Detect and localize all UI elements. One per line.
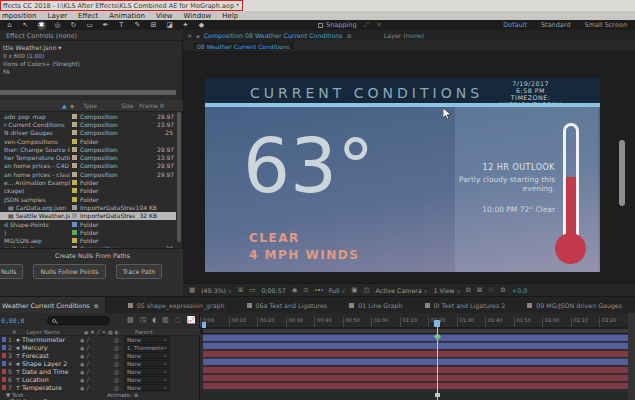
snapshot-icon[interactable]: ◉ (292, 286, 298, 294)
timeline-scrollbar[interactable] (628, 313, 635, 400)
hand-tool-icon[interactable]: ✱ (37, 21, 46, 30)
layer-switches[interactable]: ◉╱ (80, 385, 114, 391)
parent-dropdown[interactable]: None ∨ (124, 360, 170, 367)
timeline-tab[interactable]: 05 shape_expression_graph (128, 302, 225, 309)
parent-dropdown[interactable]: None ∨ (124, 376, 170, 383)
layer-name[interactable]: Forecast (22, 352, 80, 359)
sort-arrow-icon[interactable]: ▲ (62, 102, 67, 109)
column-frame-rate[interactable]: Frame R (139, 102, 164, 109)
panel-menu-icon[interactable]: ≡ (94, 302, 99, 309)
panel-menu-icon[interactable]: ≡ (347, 32, 352, 39)
layer-switches[interactable]: ◉╱ (80, 353, 114, 359)
tab-effect-controls[interactable]: Effect Controls (none) (0, 30, 183, 41)
snapping-checkbox-icon[interactable] (318, 23, 323, 28)
layer-duration-bar[interactable] (203, 374, 635, 381)
project-row[interactable]: d Shape-Points Folder (0, 220, 176, 228)
column-layer-name[interactable]: Layer Name (27, 329, 60, 335)
puppet-pin-tool-icon[interactable]: ◆ (197, 21, 206, 30)
comp-flowchart-icon[interactable]: ▧ (127, 316, 134, 324)
layer-row[interactable]: 1 ★ Thermometer ◉╱ ◎ None ∨ (0, 336, 200, 344)
project-row[interactable]: ▤Seattle Weather.json ImporterDataStream… (0, 212, 176, 220)
project-row[interactable]: ther: Change Source Instructions Composi… (0, 145, 176, 153)
view-layout-dropdown[interactable]: 1 View ∨ (433, 287, 460, 294)
layer-row[interactable]: 2 ★ Mercury ◉╱ ◎ 1. Thermomet ∨ (0, 344, 200, 352)
layer-row[interactable]: 5 T Date and Time ◉╱ ◎ None ∨ (0, 368, 200, 376)
frame-blending-icon[interactable]: ▥ (162, 316, 169, 324)
composition-viewer[interactable]: CURRENT CONDITIONS 7/19/2017 6:58 PM TIM… (183, 51, 635, 283)
project-row[interactable]: an home prices - C4D Composition 29.97 (0, 162, 176, 170)
timeline-tab-active[interactable]: Weather Current Conditions ≡ (0, 297, 106, 314)
project-row[interactable]: ckage) Folder (0, 187, 176, 195)
project-row[interactable]: MG/SDN.aep Folder (0, 236, 176, 244)
parent-dropdown[interactable]: 1. Thermomet ∨ (124, 344, 170, 351)
points-follow-nulls-button[interactable]: Nulls (0, 264, 23, 279)
parent-pickwhip-icon[interactable]: ◎ (114, 345, 124, 351)
current-time-display[interactable]: 0:00:57 (261, 287, 285, 294)
layer-switches[interactable]: ◉╱ (80, 369, 114, 375)
project-row[interactable]: r Current Conditions Composition 23.97 (0, 120, 176, 128)
menu-item[interactable]: View (156, 12, 173, 20)
tab-create-nulls-from-paths[interactable]: Create Nulls From Paths (0, 249, 183, 259)
selection-tool-icon[interactable]: ↖ (21, 21, 30, 30)
clone-stamp-tool-icon[interactable]: ⊞ (149, 21, 158, 30)
menu-item[interactable]: mposition (2, 12, 37, 20)
layer-duration-bar[interactable] (203, 366, 635, 373)
column-number[interactable]: # (12, 329, 17, 335)
show-snapshot-icon[interactable]: ⊙ (303, 286, 308, 294)
composition-selector-dropdown[interactable]: 08 Weather Current Conditions (193, 42, 294, 50)
fast-previews-icon[interactable]: ⊠ (477, 286, 482, 294)
project-row[interactable]: N driver Gauges Composition 25 (0, 129, 176, 137)
layer-switches[interactable]: ◉╱ (80, 345, 114, 351)
timeline-button-icon[interactable]: ♲ (488, 286, 494, 294)
project-vertical-scrollbar[interactable] (177, 112, 181, 242)
layer-switches[interactable]: ◉╱ (80, 377, 114, 383)
type-tool-icon[interactable]: T (117, 21, 126, 30)
exposure-value[interactable]: +0.0 (512, 287, 527, 294)
roto-brush-tool-icon[interactable]: ✦ (181, 21, 190, 30)
parent-pickwhip-icon[interactable]: ◎ (114, 361, 124, 367)
layer-name[interactable]: Location (22, 376, 80, 383)
info-item-name[interactable]: ttle Weather.json ▾ (3, 44, 179, 52)
parent-dropdown[interactable]: None ∨ (124, 336, 170, 343)
grid-guides-icon[interactable]: ⊞ (238, 286, 243, 294)
timeline-tab[interactable]: 09 MG/JSON driven Gauges (527, 302, 622, 309)
parent-pickwhip-icon[interactable]: ◎ (114, 385, 124, 391)
project-row[interactable]: e... Animation Examples 2_1 folder Folde… (0, 178, 176, 186)
parent-dropdown[interactable]: None ∨ (124, 384, 170, 391)
project-horizontal-scrollbar[interactable] (0, 90, 176, 95)
layer-name[interactable]: Shape Layer 2 (22, 360, 80, 367)
layer-row[interactable]: 3 T Forecast ◉╱ ◎ None ∨ (0, 352, 200, 360)
tab-composition[interactable]: Composition 08 Weather Current Condition… (204, 32, 343, 39)
layer-name[interactable]: Thermometer (22, 336, 80, 343)
menu-item[interactable]: Window (184, 12, 212, 20)
toolbar-extra-icon[interactable]: ✕ (376, 21, 382, 29)
layer-name[interactable]: Date and Time (22, 368, 80, 375)
flowchart-button-icon[interactable]: ⚙ (500, 286, 506, 294)
layer-duration-bar[interactable] (203, 334, 635, 341)
draft-3d-icon[interactable]: ◳ (140, 316, 147, 324)
project-row[interactable]: an home prices - classic 3D Composition … (0, 170, 176, 178)
brush-tool-icon[interactable]: ✎ (133, 21, 142, 30)
timeline-tab[interactable]: 0I Text and Ligatures 2 (425, 302, 506, 309)
panel-close-icon[interactable]: × (187, 32, 192, 39)
time-ruler[interactable]: 0:00 00:10 00:20 00:30 00:40 00:50 01:00… (200, 313, 635, 328)
layer-row[interactable]: 7 T Temperature ◉╱ ◎ None ∨ (0, 384, 200, 392)
layer-name[interactable]: Mercury (22, 344, 80, 351)
project-row[interactable]: ) Folder (0, 228, 176, 236)
layer-row[interactable]: 6 T Location ◉╱ ◎ None ∨ (0, 376, 200, 384)
parent-dropdown[interactable]: None ∨ (124, 368, 170, 375)
mask-visibility-icon[interactable]: ▭ (249, 286, 255, 294)
menu-item[interactable]: Effect (78, 12, 98, 20)
animate-button[interactable]: Animate: ⊕ (107, 392, 138, 398)
timeline-search-input[interactable] (47, 316, 110, 325)
always-preview-icon[interactable]: ▦ (189, 286, 195, 294)
layer-duration-bar[interactable] (203, 350, 635, 357)
parent-pickwhip-icon[interactable]: ◎ (114, 369, 124, 375)
column-type[interactable]: Type (83, 102, 97, 109)
current-timecode[interactable]: 0;00;0 (1, 317, 24, 325)
home-tool-icon[interactable]: ⌂ (5, 21, 14, 30)
project-row[interactable]: her Temperature Outlook Composition 23.9… (0, 153, 176, 161)
zoom-tool-icon[interactable]: ◎ (53, 21, 62, 30)
trace-path-button[interactable]: Trace Path (116, 264, 163, 279)
menu-item[interactable]: Animation (109, 12, 145, 20)
